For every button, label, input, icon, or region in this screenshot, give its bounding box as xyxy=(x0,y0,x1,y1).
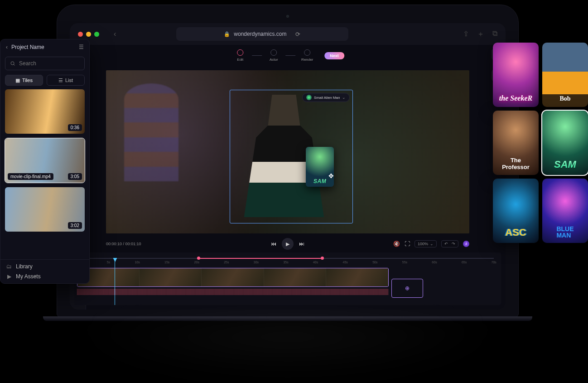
library-link[interactable]: 🗂 Library xyxy=(6,263,84,270)
app-viewport: ▤ ◫ ✦ Edit xyxy=(70,45,506,310)
range-bar[interactable] xyxy=(82,257,494,260)
ruler-tick: 30s xyxy=(254,261,259,267)
clip-thumb[interactable] xyxy=(140,268,202,286)
clip-item[interactable]: movie-clip-final.mp4 3:05 xyxy=(5,138,85,183)
character-card-asc[interactable]: ASC xyxy=(493,179,539,243)
clip-thumb[interactable] xyxy=(326,268,388,286)
character-card-bob[interactable]: Bob xyxy=(542,43,588,107)
window-traffic-lights[interactable] xyxy=(78,32,99,37)
clip-thumb[interactable] xyxy=(202,268,264,286)
audio-waveform xyxy=(77,289,498,295)
ruler-tick: 45s xyxy=(343,261,348,267)
view-toggle: ▦ Tiles ☰ List xyxy=(5,75,85,86)
character-card-sam[interactable]: SAM xyxy=(542,111,588,175)
url-host: wonderdynamics.com xyxy=(234,31,286,37)
mute-icon[interactable]: 🔇 xyxy=(393,241,400,247)
reload-icon[interactable]: ⟳ xyxy=(295,31,300,38)
ruler-tick: 65s xyxy=(462,261,467,267)
info-icon[interactable]: i xyxy=(463,241,469,247)
library-icon: 🗂 xyxy=(6,263,12,270)
dragged-character-card[interactable]: SAM xyxy=(306,147,334,187)
ruler-tick: 25s xyxy=(224,261,229,267)
search-input[interactable] xyxy=(5,57,85,70)
dragged-character-label: SAM xyxy=(313,178,326,184)
tiles-icon: ▦ xyxy=(15,78,20,83)
panel-back-button[interactable]: ‹ xyxy=(6,44,8,50)
clip-item[interactable]: 0:36 xyxy=(5,89,85,134)
fullscreen-icon[interactable]: ⛶ xyxy=(405,241,410,247)
prev-frame-button[interactable]: ⏮ xyxy=(271,241,276,247)
step-edit-dot[interactable] xyxy=(237,49,243,56)
character-avatar-icon xyxy=(306,95,312,100)
laptop-base xyxy=(43,316,532,321)
clip-duration: 0:36 xyxy=(68,124,82,131)
maximize-icon[interactable] xyxy=(94,32,99,37)
redo-button[interactable]: ↷ xyxy=(452,242,455,246)
assigned-character-name: Small Alien Man xyxy=(314,96,340,100)
tabs-icon[interactable]: ⧉ xyxy=(492,29,497,39)
ruler-tick: 55s xyxy=(402,261,407,267)
character-grid: the SeekeR Bob The Professor SAM ASC BLU… xyxy=(493,43,588,243)
next-button[interactable]: Next xyxy=(324,52,344,59)
video-frame: Small Alien Man ⌄ SAM ✥ xyxy=(106,70,469,233)
url-bar[interactable]: 🔒 wonderdynamics.com ⟳ xyxy=(176,27,348,41)
step-actor-label: Actor xyxy=(265,58,283,62)
browser-window: ‹ 🔒 wonderdynamics.com ⟳ ⇪ ＋ ⧉ ▤ ◫ ✦ xyxy=(70,23,506,310)
video-viewer[interactable]: Small Alien Man ⌄ SAM ✥ xyxy=(106,70,469,233)
project-title: Project Name xyxy=(11,44,44,50)
clip-item[interactable]: 3:02 xyxy=(5,187,85,232)
ruler-tick: 10s xyxy=(135,261,140,267)
chevron-down-icon: ⌄ xyxy=(342,95,346,100)
assigned-character-chip[interactable]: Small Alien Man ⌄ xyxy=(302,93,350,102)
detection-box[interactable]: Small Alien Man ⌄ xyxy=(230,90,353,223)
view-tiles-button[interactable]: ▦ Tiles xyxy=(5,75,43,86)
playhead[interactable] xyxy=(115,259,115,305)
cursor-icon: ✥ xyxy=(328,172,334,179)
ruler-tick: 35s xyxy=(283,261,288,267)
timeline[interactable]: 0s5s10s15s20s25s30s35s40s45s50s55s60s65s… xyxy=(74,252,501,305)
search-icon xyxy=(10,61,15,66)
new-tab-icon[interactable]: ＋ xyxy=(477,29,484,39)
range-start-handle[interactable] xyxy=(197,257,200,260)
time-ruler: 0s5s10s15s20s25s30s35s40s45s50s55s60s65s… xyxy=(77,261,498,267)
browser-back-button[interactable]: ‹ xyxy=(114,30,116,38)
clip-filename: movie-clip-final.mp4 xyxy=(8,173,53,180)
next-frame-button[interactable]: ⏭ xyxy=(299,241,304,247)
zoom-dropdown[interactable]: 100% ⌄ xyxy=(414,240,437,247)
ruler-tick: 60s xyxy=(432,261,437,267)
step-actor-dot[interactable] xyxy=(270,49,277,56)
laptop-reflection xyxy=(68,321,507,380)
project-panel: ‹ Project Name ☰ ▦ Tiles ☰ List 0:36 mov… xyxy=(0,39,90,284)
clip-list: 0:36 movie-clip-final.mp4 3:05 3:02 xyxy=(0,89,89,259)
ruler-tick: 15s xyxy=(164,261,169,267)
undo-redo: ↶ ↷ xyxy=(441,240,458,247)
ruler-tick: 5s xyxy=(107,261,110,267)
laptop-frame: ‹ 🔒 wonderdynamics.com ⟳ ⇪ ＋ ⧉ ▤ ◫ ✦ xyxy=(57,5,519,317)
ruler-tick: 50s xyxy=(372,261,377,267)
minimize-icon[interactable] xyxy=(86,32,91,37)
clip-thumb[interactable] xyxy=(264,268,326,286)
ruler-tick: 40s xyxy=(313,261,318,267)
search-field[interactable] xyxy=(19,60,87,67)
undo-button[interactable]: ↶ xyxy=(444,242,448,246)
character-card-seeker[interactable]: the SeekeR xyxy=(493,43,539,107)
close-icon[interactable] xyxy=(78,32,83,37)
player-controls: 00:00:10 / 00:01:10 ⏮ ▶ ⏭ 🔇 ⛶ 100% ⌄ ↶ xyxy=(106,237,469,251)
character-card-blueman[interactable]: BLUE MAN xyxy=(542,179,588,243)
step-render-dot[interactable] xyxy=(304,49,310,56)
timecode: 00:00:10 / 00:01:10 xyxy=(106,242,141,246)
play-button[interactable]: ▶ xyxy=(282,238,294,250)
chevron-down-icon: ⌄ xyxy=(430,242,434,246)
panel-menu-icon[interactable]: ☰ xyxy=(79,44,84,50)
workflow-steps: Edit Actor Render Next xyxy=(231,49,344,62)
assets-icon: ▶ xyxy=(6,273,12,280)
view-list-button[interactable]: ☰ List xyxy=(47,75,85,86)
clip-duration: 3:02 xyxy=(68,222,82,229)
share-icon[interactable]: ⇪ xyxy=(463,29,469,39)
step-render-label: Render xyxy=(298,58,316,62)
lock-icon: 🔒 xyxy=(224,31,230,37)
character-card-professor[interactable]: The Professor xyxy=(493,111,539,175)
range-end-handle[interactable] xyxy=(321,257,324,260)
clip-track[interactable] xyxy=(77,268,389,287)
my-assets-link[interactable]: ▶ My Assets xyxy=(6,273,84,280)
